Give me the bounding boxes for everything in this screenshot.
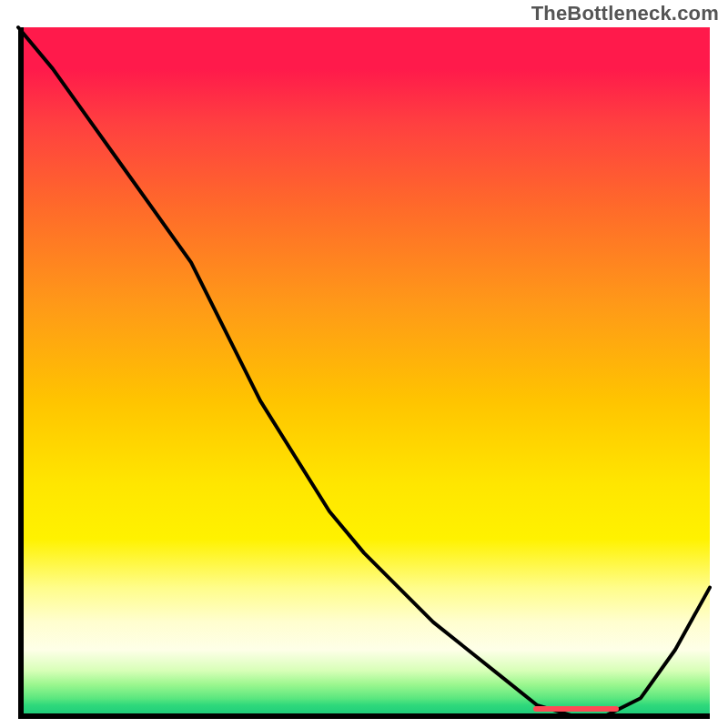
optimal-range-marker — [533, 706, 618, 712]
attribution-label: TheBottleneck.com — [531, 2, 719, 25]
figure-root: TheBottleneck.com — [0, 0, 728, 728]
plot-area — [18, 27, 710, 719]
bottleneck-curve — [18, 27, 710, 719]
